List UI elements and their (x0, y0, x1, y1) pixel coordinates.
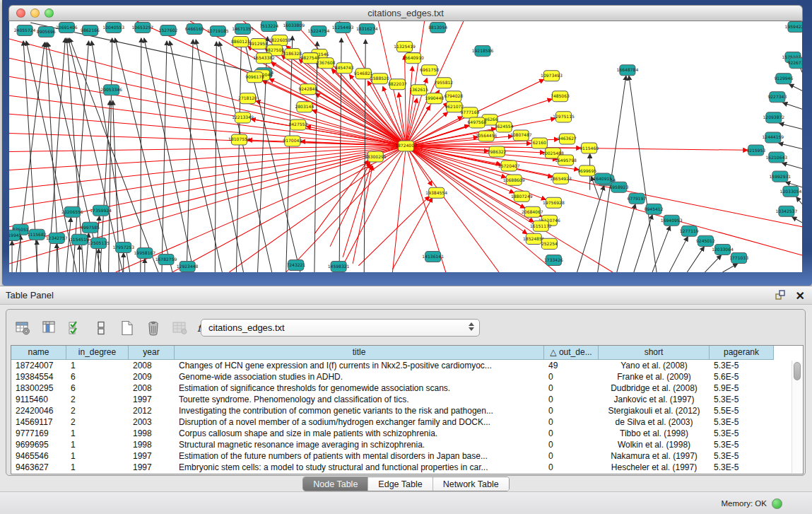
graph-node-label: 10719185 (207, 28, 229, 33)
graph-edge (634, 215, 652, 272)
table-cell: Changes of HCN gene expression and I(f) … (175, 360, 544, 371)
column-header[interactable]: year (129, 346, 175, 360)
table-cell: 1997 (129, 450, 175, 462)
status-bar: Memory: OK (0, 491, 812, 514)
graph-node-label: 15720407 (498, 163, 520, 168)
graph-edge (265, 49, 406, 146)
column-header[interactable]: pagerank (710, 346, 774, 360)
network-window-titlebar[interactable]: citations_edges.txt (8, 5, 803, 21)
graph-node-label: 9699695 (577, 168, 596, 173)
table-cell: 0 (544, 405, 599, 416)
table-cell: 5.3E-5 (710, 450, 774, 462)
column-header[interactable]: in_degree (66, 346, 129, 360)
table-scrollbar[interactable] (792, 361, 802, 473)
table-cell: 5.5E-5 (710, 405, 774, 416)
close-button[interactable] (16, 8, 25, 18)
graph-edge (141, 38, 141, 272)
table-cell: Dudbridge et al. (2008) (599, 382, 710, 394)
dropdown-stepper-icon (469, 322, 474, 331)
graph-node-label: 16543382 (253, 55, 275, 60)
graph-node-label: 1277119 (680, 228, 699, 233)
graph-node-label: 8427552 (288, 122, 307, 127)
column-edit-icon[interactable] (40, 319, 58, 337)
graph-node-label: 1115682 (28, 232, 47, 237)
graph-node-label: 16940953 (661, 218, 683, 223)
graph-node-label: 6466160 (185, 26, 204, 31)
table-cell: 5.3E-5 (710, 439, 774, 450)
table-row[interactable]: 946554611997Estimation of the future num… (11, 450, 803, 462)
table-cell: 0 (544, 450, 599, 462)
table-row[interactable]: 911546021997Tourette syndrome. Phenomeno… (11, 394, 803, 405)
new-table-icon[interactable] (118, 319, 136, 337)
table-row[interactable]: 1456911722003Disruption of a novel membe… (11, 416, 803, 428)
zoom-button[interactable] (45, 8, 54, 18)
column-header[interactable]: short (599, 346, 710, 360)
graph-node-label: 15640910 (402, 55, 424, 60)
float-panel-icon[interactable] (775, 289, 786, 303)
row-height-icon[interactable] (92, 319, 110, 337)
table-row[interactable]: 977716911998Corpus callosum shape and si… (11, 428, 803, 439)
column-header[interactable]: △ out_de... (544, 346, 599, 360)
graph-node-label: 20691406 (56, 25, 78, 30)
graph-node-label: 8905696 (37, 29, 56, 34)
column-header[interactable]: name (11, 346, 66, 360)
table-row[interactable]: 946362711997Embryonic stem cells: a mode… (11, 462, 803, 473)
table-cell: 14569117 (11, 416, 66, 428)
graph-node-label: 19958167 (134, 250, 156, 255)
graph-node-label: 6779197 (628, 196, 647, 201)
graph-node-label: 9226731 (788, 60, 802, 65)
graph-node-label: 19218586 (472, 48, 494, 53)
table-cell: 2 (66, 416, 129, 428)
table-row[interactable]: 1938455462009Genome-wide association stu… (11, 371, 803, 382)
table-cell: 9777169 (11, 428, 66, 439)
delete-table-icon[interactable] (144, 319, 163, 337)
table-cell: Investigating the contribution of common… (175, 405, 544, 416)
select-rows-icon[interactable] (66, 319, 84, 337)
network-canvas[interactable]: 2405572489056962069140698621661004055310… (9, 21, 802, 272)
graph-node-label: 16782759 (155, 257, 177, 262)
table-selector-dropdown[interactable]: citations_edges.txt (201, 319, 480, 337)
graph-edge (9, 95, 406, 146)
table-row[interactable]: 1830029562008Estimation of significance … (11, 382, 803, 394)
tab-edge-table[interactable]: Edge Table (368, 477, 433, 491)
graph-node-label: 17957253 (112, 245, 134, 250)
table-cell: 1 (66, 428, 129, 439)
close-panel-icon[interactable]: ✕ (796, 290, 805, 303)
graph-node-label: 20684067 (522, 209, 543, 214)
column-header[interactable]: title (175, 346, 544, 360)
graph-edge (109, 38, 112, 272)
table-cell: 9465546 (11, 450, 66, 462)
graph-node-label: 1527602 (159, 28, 178, 33)
memory-status-indicator[interactable] (772, 498, 782, 509)
graph-node-label: 12213349 (232, 115, 254, 119)
graph-node-label: 9129946 (774, 76, 793, 81)
graph-node-label: 10807487 (510, 132, 532, 137)
graph-node-label: 11254493 (332, 25, 354, 30)
graph-node-label: 16033809 (283, 23, 305, 28)
scrollbar-thumb[interactable] (794, 362, 801, 380)
table-cell: 5.3E-5 (710, 394, 774, 405)
graph-edge (783, 103, 802, 109)
table-row[interactable]: 1872400712008Changes of HCN gene express… (11, 360, 803, 371)
table-cell: 0 (544, 371, 599, 382)
node-attribute-table[interactable]: namein_degreeyeartitle△ out_de...shortpa… (11, 345, 804, 474)
graph-edge (406, 21, 425, 146)
table-header: namein_degreeyeartitle△ out_de...shortpa… (11, 346, 803, 360)
graph-node-label: 9146821 (354, 71, 373, 76)
graph-node-label: 3919941 (9, 233, 22, 238)
graph-node-label: 6961758 (420, 67, 439, 72)
graph-node-label: 9463627 (558, 136, 577, 141)
graph-edge (406, 146, 500, 272)
graph-node-label: 9115460 (579, 146, 599, 151)
table-row[interactable]: 2242004622012Investigating the contribut… (11, 405, 803, 416)
graph-node-label: 1990448 (425, 95, 444, 100)
tab-node-table[interactable]: Node Table (303, 477, 368, 491)
table-settings-icon[interactable] (13, 319, 32, 337)
graph-node-label: 7986322 (488, 149, 507, 154)
table-cell: 1 (66, 439, 129, 450)
graph-edge (617, 204, 635, 272)
table-cell: 19384554 (11, 371, 66, 382)
minimize-button[interactable] (30, 8, 40, 18)
table-row[interactable]: 969969511998Structural magnetic resonanc… (11, 439, 803, 450)
tab-network-table[interactable]: Network Table (433, 477, 509, 491)
